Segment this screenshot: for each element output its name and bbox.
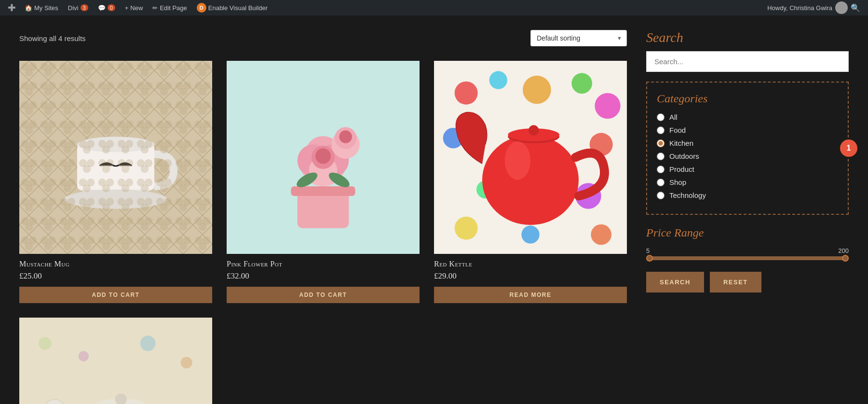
category-label-product[interactable]: Product <box>669 165 694 173</box>
category-item-kitchen[interactable]: Kitchen <box>657 139 838 147</box>
svg-point-33 <box>521 225 539 243</box>
product-card-mustache-mug[interactable]: Mustache Mug £25.00 ADD TO CART <box>19 61 212 303</box>
divi-count: 3 <box>81 4 88 11</box>
svg-point-16 <box>315 148 331 164</box>
user-greeting: Howdy, Christina Gwira <box>767 4 832 12</box>
action-buttons: SEARCH RESET <box>646 272 849 293</box>
svg-point-42 <box>79 351 89 361</box>
showing-results-text: Showing all 4 results <box>19 34 86 42</box>
category-radio-shop[interactable] <box>657 179 665 186</box>
svg-rect-4 <box>77 144 154 189</box>
category-radio-product[interactable] <box>657 166 665 173</box>
divi-label: Divi <box>68 4 79 12</box>
product-image-red-kettle <box>434 61 627 254</box>
category-label-technology[interactable]: Technology <box>669 191 706 199</box>
svg-point-32 <box>455 217 478 240</box>
svg-point-41 <box>39 337 52 350</box>
price-range-labels: 5 200 <box>646 247 849 254</box>
comments-icon: 💬 <box>98 4 106 12</box>
price-min-label: 5 <box>646 247 650 254</box>
product-name-mustache-mug: Mustache Mug <box>19 260 212 268</box>
price-max-label: 200 <box>838 247 849 254</box>
product-name-pink-flower-pot: Pink Flower Pot <box>227 260 420 268</box>
add-to-cart-button-pink-flower-pot[interactable]: ADD TO CART <box>227 287 420 303</box>
price-slider-thumb-right[interactable] <box>842 255 849 262</box>
svg-rect-9 <box>291 186 355 196</box>
search-action-button[interactable]: SEARCH <box>646 272 704 293</box>
category-label-shop[interactable]: Shop <box>669 178 686 186</box>
admin-bar: ✚ 🏠 My Sites Divi 3 💬 0 + New ✏ Edit Pag… <box>0 0 868 15</box>
edit-page-menu[interactable]: ✏ Edit Page <box>148 0 191 15</box>
sort-wrapper: Default sorting Sort by popularity Sort … <box>530 30 627 46</box>
comments-menu[interactable]: 💬 0 <box>93 0 120 15</box>
product-grid: Mustache Mug £25.00 ADD TO CART <box>19 61 627 303</box>
category-label-outdoors[interactable]: Outdoors <box>669 152 699 160</box>
svg-point-21 <box>339 130 352 143</box>
product-image-mustache-mug <box>19 61 212 254</box>
sidebar: Search Categories All Food Kitchen Outdo… <box>646 30 849 404</box>
admin-bar-right: Howdy, Christina Gwira 🔍 <box>767 1 864 14</box>
product-card-pink-flower-pot[interactable]: Pink Flower Pot £32.00 ADD TO CART <box>227 61 420 303</box>
my-sites-menu[interactable]: 🏠 My Sites <box>20 0 63 15</box>
search-admin-icon[interactable]: 🔍 <box>851 3 860 13</box>
new-label: New <box>130 4 143 12</box>
svg-point-25 <box>523 76 551 104</box>
category-radio-food[interactable] <box>657 126 665 134</box>
svg-point-5 <box>77 137 154 152</box>
category-label-all[interactable]: All <box>669 113 678 121</box>
svg-point-38 <box>529 125 539 135</box>
category-label-food[interactable]: Food <box>669 126 686 134</box>
add-to-cart-button-mustache-mug[interactable]: ADD TO CART <box>19 287 212 303</box>
category-item-shop[interactable]: Shop <box>657 178 838 186</box>
category-radio-kitchen[interactable] <box>657 139 665 147</box>
price-range-title: Price Range <box>646 226 849 239</box>
svg-point-35 <box>482 135 579 225</box>
product-price-mustache-mug: £25.00 <box>19 271 212 281</box>
read-more-button-red-kettle[interactable]: READ MORE <box>434 287 627 303</box>
category-item-technology[interactable]: Technology <box>657 191 838 199</box>
category-item-product[interactable]: Product <box>657 165 838 173</box>
category-radio-all[interactable] <box>657 113 665 121</box>
sidebar-search-title: Search <box>646 30 849 45</box>
product-price-pink-flower-pot: £32.00 <box>227 271 420 281</box>
divi-menu[interactable]: Divi 3 <box>63 0 93 15</box>
reset-action-button[interactable]: RESET <box>710 272 761 293</box>
wordpress-logo-icon[interactable]: ✚ <box>4 2 20 14</box>
svg-point-6 <box>64 190 167 209</box>
divi-visual-builder-icon: D <box>197 3 206 13</box>
svg-rect-2 <box>19 61 212 254</box>
step-badge: 1 <box>840 139 857 157</box>
product-image-pink-flower-pot <box>227 61 420 254</box>
edit-icon: ✏ <box>152 4 158 12</box>
product-card-retro-teapot[interactable]: Retro Teapot £43.00 ADD TO CART <box>19 318 212 404</box>
products-section: Showing all 4 results Default sorting So… <box>19 30 627 404</box>
svg-point-34 <box>591 224 611 245</box>
categories-title: Categories <box>657 92 838 105</box>
product-card-red-kettle[interactable]: Red Kettle £29.00 READ MORE <box>434 61 627 303</box>
category-item-all[interactable]: All <box>657 113 838 121</box>
category-radio-technology[interactable] <box>657 192 665 199</box>
enable-visual-builder-menu[interactable]: D Enable Visual Builder <box>192 0 272 15</box>
svg-point-44 <box>181 357 192 368</box>
product-name-red-kettle: Red Kettle <box>434 260 627 268</box>
product-image-retro-teapot <box>19 318 212 404</box>
categories-box: Categories All Food Kitchen Outdoors Pro… <box>646 82 849 215</box>
enable-visual-builder-label: Enable Visual Builder <box>208 4 268 12</box>
svg-point-24 <box>489 71 507 89</box>
svg-point-39 <box>505 141 530 180</box>
sort-select[interactable]: Default sorting Sort by popularity Sort … <box>530 30 627 46</box>
category-label-kitchen[interactable]: Kitchen <box>669 139 693 147</box>
price-slider-thumb-left[interactable] <box>646 255 653 262</box>
product-price-red-kettle: £29.00 <box>434 271 627 281</box>
svg-point-43 <box>140 335 156 351</box>
new-menu[interactable]: + New <box>120 0 148 15</box>
category-radio-outdoors[interactable] <box>657 153 665 160</box>
category-item-outdoors[interactable]: Outdoors <box>657 152 838 160</box>
comments-count: 0 <box>108 4 115 11</box>
my-sites-label: My Sites <box>34 4 58 12</box>
search-input[interactable] <box>646 51 849 72</box>
avatar <box>835 1 848 14</box>
category-item-food[interactable]: Food <box>657 126 838 134</box>
new-icon: + <box>125 4 129 12</box>
edit-page-label: Edit Page <box>160 4 187 12</box>
